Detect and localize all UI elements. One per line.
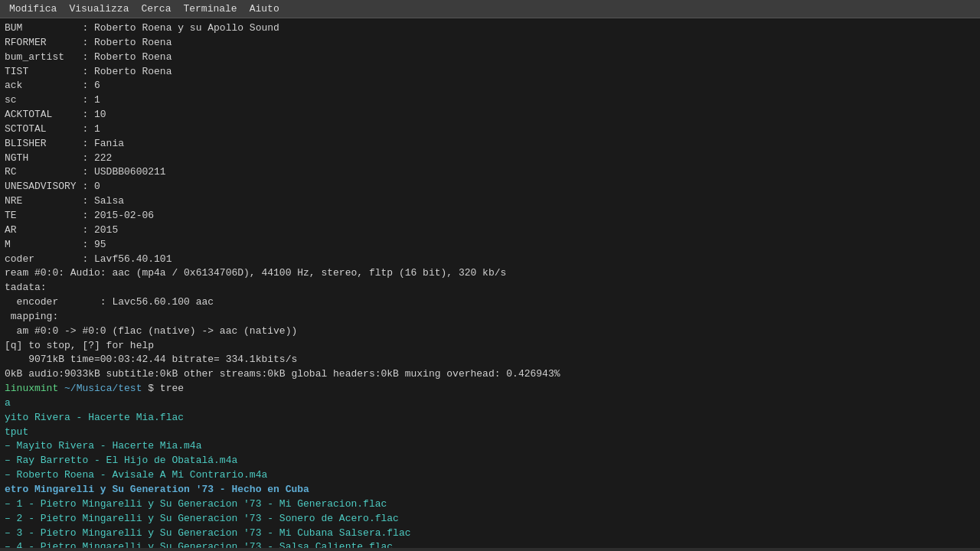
window: Modifica Visualizza Cerca Terminale Aiut… (0, 0, 980, 548)
terminal-line: BLISHER : Fania (5, 137, 975, 152)
terminal-line: a (5, 396, 975, 411)
terminal-line: bum_artist : Roberto Roena (5, 51, 975, 65)
terminal-line: 9071kB time=00:03:42.44 bitrate= 334.1kb… (5, 353, 975, 367)
terminal-line: ack : 6 (5, 79, 975, 93)
menu-terminale[interactable]: Terminale (177, 2, 243, 16)
menu-modifica[interactable]: Modifica (3, 2, 63, 16)
terminal-line: encoder : Lavc56.60.100 aac (5, 295, 975, 310)
terminal-line: sc : 1 (5, 93, 975, 108)
terminal-line: ream #0:0: Audio: aac (mp4a / 0x6134706D… (5, 266, 975, 281)
terminal-line: etro Mingarelli y Su Generation '73 - He… (5, 483, 975, 497)
terminal-line: M : 95 (5, 238, 975, 253)
terminal-line: [q] to stop, [?] for help (5, 339, 975, 354)
terminal-line: – Mayito Rivera - Hacerte Mia.m4a (5, 439, 975, 454)
terminal-line: linuxmint ~/Musica/test $ tree (5, 382, 975, 396)
terminal-line: – 3 - Pietro Mingarelli y Su Generacion … (5, 527, 975, 541)
terminal-line: UNESADVISORY : 0 (5, 180, 975, 194)
terminal-line: tput (5, 425, 975, 440)
terminal-line: ACKTOTAL : 10 (5, 108, 975, 122)
terminal-line: coder : Lavf56.40.101 (5, 253, 975, 267)
terminal-line: – Roberto Roena - Avisale A Mi Contrario… (5, 468, 975, 483)
terminal-line: – 2 - Pietro Mingarelli y Su Generacion … (5, 512, 975, 527)
terminal-line: AR : 2015 (5, 223, 975, 238)
terminal-line: SCTOTAL : 1 (5, 122, 975, 137)
terminal-line: NRE : Salsa (5, 194, 975, 209)
terminal-line: BUM : Roberto Roena y su Apollo Sound (5, 21, 975, 36)
terminal-line: – 1 - Pietro Mingarelli y Su Generacion … (5, 497, 975, 512)
menu-aiuto[interactable]: Aiuto (243, 2, 286, 16)
terminal-line: yito Rivera - Hacerte Mia.flac (5, 411, 975, 425)
terminal-line: – 4 - Pietro Mingarelli y Su Generacion … (5, 540, 975, 548)
terminal-line: NGTH : 222 (5, 152, 975, 166)
menu-cerca[interactable]: Cerca (135, 2, 177, 16)
terminal-line: TIST : Roberto Roena (5, 65, 975, 80)
terminal-line: tadata: (5, 281, 975, 295)
menu-visualizza[interactable]: Visualizza (63, 2, 135, 16)
terminal-output[interactable]: BUM : Roberto Roena y su Apollo SoundRFO… (0, 18, 980, 548)
terminal-line: – Ray Barretto - El Hijo de Obatalá.m4a (5, 454, 975, 468)
terminal-line: TE : 2015-02-06 (5, 209, 975, 223)
terminal-line: RC : USDBB0600211 (5, 165, 975, 180)
terminal-line: am #0:0 -> #0:0 (flac (native) -> aac (n… (5, 324, 975, 339)
menubar: Modifica Visualizza Cerca Terminale Aiut… (0, 0, 980, 18)
terminal-line: RFORMER : Roberto Roena (5, 36, 975, 51)
terminal-line: mapping: (5, 310, 975, 324)
terminal-line: 0kB audio:9033kB subtitle:0kB other stre… (5, 367, 975, 382)
